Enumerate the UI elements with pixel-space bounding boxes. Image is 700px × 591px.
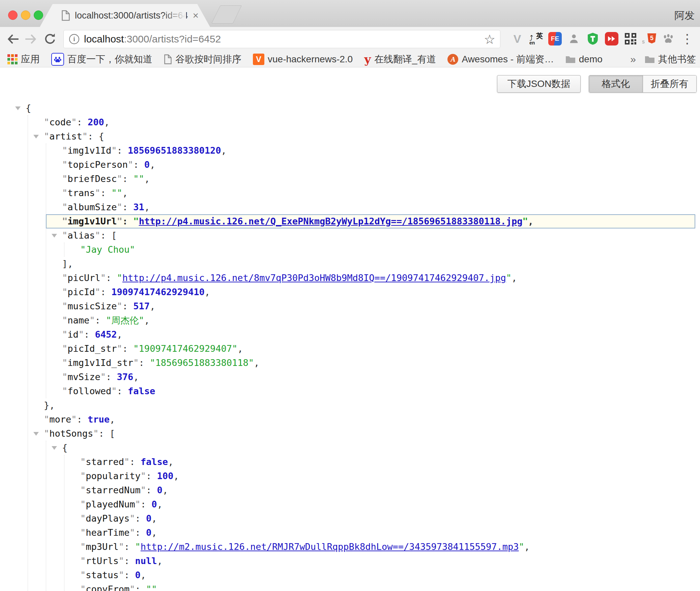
bookmark-baidu[interactable]: 百度一下，你就知道 bbox=[51, 53, 152, 66]
window-zoom-button[interactable] bbox=[34, 10, 43, 20]
profile-name[interactable]: 阿发 bbox=[674, 9, 695, 23]
bookmark-google-sort[interactable]: 谷歌按时间排序 bbox=[164, 53, 241, 66]
fehelper-icon[interactable]: FE bbox=[548, 31, 562, 46]
forward-button[interactable] bbox=[24, 33, 37, 45]
json-comma: , bbox=[221, 145, 226, 156]
window-minimize-button[interactable] bbox=[21, 10, 30, 20]
bookmarks-bar: 应用 百度一下，你就知道 谷歌按时间排序 V vue-hackernews-2.… bbox=[0, 51, 700, 67]
json-bracket: { bbox=[26, 103, 31, 113]
json-quote: " bbox=[62, 230, 67, 241]
json-string: "" bbox=[111, 188, 122, 198]
json-colon: : bbox=[106, 273, 117, 283]
html5-icon[interactable]: s 5 bbox=[642, 31, 657, 46]
json-children: "starred": false,"popularity": 100,"star… bbox=[64, 455, 700, 591]
json-line: "more": true, bbox=[44, 412, 700, 427]
json-key: trans bbox=[67, 188, 95, 198]
json-quote: " bbox=[93, 428, 98, 439]
json-line: "dayPlays": 0, bbox=[80, 511, 700, 526]
json-line: "status": 0, bbox=[80, 568, 700, 582]
back-button[interactable] bbox=[7, 33, 20, 45]
json-line: }, bbox=[44, 398, 700, 412]
window-close-button[interactable] bbox=[8, 10, 18, 20]
url-text[interactable]: localhost:3000/artists?id=6452 bbox=[84, 33, 221, 45]
collapse-arrow-icon[interactable] bbox=[52, 446, 57, 450]
json-key: followed bbox=[67, 386, 111, 396]
browser-menu-icon[interactable]: ⋮ bbox=[680, 31, 695, 46]
other-bookmarks[interactable]: 其他书签 bbox=[645, 53, 696, 66]
collapse-all-button[interactable]: 折叠所有 bbox=[643, 75, 697, 92]
extension-icons: V ⤴ 英 en FE s 5 ⋮ bbox=[510, 30, 695, 48]
json-quote: " bbox=[80, 527, 86, 538]
page-info-icon[interactable]: i bbox=[69, 34, 79, 44]
json-value: true bbox=[88, 414, 110, 425]
json-entry: "img1v1Id_str": "18569651883380118", bbox=[62, 356, 700, 370]
bookmark-star-icon[interactable]: ☆ bbox=[484, 32, 495, 47]
json-link[interactable]: http://m2.music.126.net/RMJR7wDullRqppBk… bbox=[141, 541, 519, 552]
json-line: "playedNum": 0, bbox=[80, 497, 700, 511]
json-colon: : bbox=[122, 343, 134, 354]
folder-icon bbox=[645, 55, 655, 63]
bookmark-vue-hackernews[interactable]: V vue-hackernews-2.0 bbox=[253, 54, 353, 65]
vue-devtools-icon[interactable]: V bbox=[510, 31, 525, 46]
collapse-arrow-icon[interactable] bbox=[33, 135, 39, 138]
json-quote: " bbox=[129, 513, 135, 524]
json-entry: "img1v1Id": 18569651883380120, bbox=[62, 144, 700, 158]
json-comma: , bbox=[150, 159, 155, 170]
json-key: popularity bbox=[86, 471, 141, 481]
json-key: img1v1Id bbox=[67, 145, 111, 156]
collapse-arrow-icon[interactable] bbox=[15, 106, 21, 110]
json-key: hearTime bbox=[86, 527, 129, 538]
json-key: id bbox=[67, 329, 79, 340]
reload-button[interactable] bbox=[44, 33, 57, 45]
json-entry: "picId": 19097417462929410, bbox=[62, 285, 700, 299]
json-quote: " bbox=[62, 273, 67, 283]
json-line: "picId_str": "19097417462929407", bbox=[62, 342, 700, 356]
shield-extension-icon[interactable] bbox=[585, 31, 600, 46]
json-quote: " bbox=[119, 570, 124, 580]
json-link[interactable]: http://p4.music.126.net/8mv7qP30Pd3oHW8b… bbox=[122, 273, 506, 283]
bookmark-awesomes[interactable]: A Awesomes - 前端资… bbox=[447, 53, 554, 66]
json-colon: : bbox=[124, 541, 135, 552]
json-link[interactable]: http://p4.music.126.net/Q_ExePNkmgB2yWyL… bbox=[139, 216, 523, 226]
bookmark-apps[interactable]: 应用 bbox=[7, 53, 40, 66]
new-tab-button[interactable] bbox=[211, 5, 242, 24]
json-string: "19097417462929407" bbox=[133, 343, 237, 354]
tab-close-icon[interactable]: × bbox=[193, 10, 199, 21]
json-line: "img1v1Id_str": "18569651883380118", bbox=[62, 356, 700, 370]
json-quote: " bbox=[135, 541, 141, 552]
page-favicon-icon bbox=[61, 10, 70, 21]
collapse-arrow-icon[interactable] bbox=[52, 234, 57, 238]
json-value: null bbox=[135, 556, 157, 566]
proxy-person-icon[interactable] bbox=[566, 31, 581, 46]
video-play-icon[interactable] bbox=[604, 31, 619, 46]
qr-code-icon[interactable] bbox=[623, 31, 638, 46]
json-entry: "dayPlays": 0, bbox=[80, 511, 700, 526]
tab-strip: localhost:3000/artists?id=645 × 阿发 bbox=[0, 0, 700, 27]
json-colon: : bbox=[99, 428, 110, 439]
download-json-button[interactable]: 下载JSON数据 bbox=[497, 75, 581, 93]
json-quote: " bbox=[119, 541, 124, 552]
json-entry: "mvSize": 376, bbox=[62, 370, 700, 384]
translate-icon[interactable]: ⤴ 英 en bbox=[529, 31, 544, 46]
bookmark-youdao[interactable]: y 在线翻译_有道 bbox=[364, 53, 436, 66]
json-quote: " bbox=[128, 159, 133, 170]
browser-tab[interactable]: localhost:3000/artists?id=645 × bbox=[40, 4, 210, 27]
format-button[interactable]: 格式化 bbox=[589, 75, 643, 92]
json-line: "artist": { bbox=[44, 129, 700, 144]
json-entry: "Jay Chou" bbox=[80, 243, 700, 257]
bookmark-demo-folder[interactable]: demo bbox=[565, 54, 603, 65]
json-tree: {"code": 200,"artist": {"img1v1Id": 1856… bbox=[0, 101, 700, 591]
json-children: "img1v1Id": 18569651883380120,"topicPers… bbox=[46, 144, 700, 398]
json-colon: : bbox=[100, 287, 112, 297]
bookmarks-overflow-chevron[interactable]: » bbox=[630, 54, 636, 65]
json-quote: " bbox=[117, 301, 122, 311]
json-line-highlighted: "img1v1Url": "http://p4.music.126.net/Q_… bbox=[46, 214, 695, 228]
json-entry: "id": 6452, bbox=[62, 328, 700, 342]
paw-icon[interactable] bbox=[661, 31, 676, 46]
collapse-arrow-icon[interactable] bbox=[33, 432, 39, 436]
address-bar[interactable]: i localhost:3000/artists?id=6452 ☆ bbox=[63, 30, 500, 48]
json-colon: : bbox=[124, 570, 135, 580]
json-key: albumSize bbox=[67, 202, 117, 212]
json-key: briefDesc bbox=[67, 174, 117, 184]
json-entry: "more": true, bbox=[44, 412, 700, 427]
